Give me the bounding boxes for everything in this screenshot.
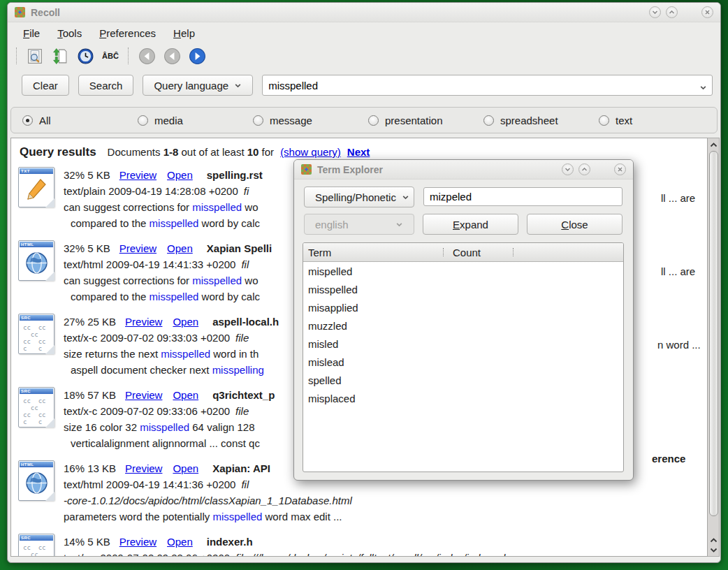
filter-message[interactable]: message xyxy=(253,115,368,126)
term-cell[interactable]: misplaced xyxy=(303,393,448,404)
radio-icon[interactable] xyxy=(138,115,148,126)
term-cell[interactable]: misled xyxy=(303,338,448,350)
filter-label: media xyxy=(154,115,183,126)
result-text-part: misspelling xyxy=(212,364,264,376)
result-text-part: misspelled xyxy=(150,291,199,302)
expand-button[interactable]: Expand xyxy=(423,214,518,235)
term-column-header[interactable]: Term xyxy=(303,247,448,258)
term-table-row[interactable]: mispelled xyxy=(303,262,623,280)
chevron-down-icon xyxy=(402,191,409,203)
term-table-row[interactable]: misled xyxy=(303,335,623,353)
radio-icon[interactable] xyxy=(253,115,263,126)
maximize-button[interactable] xyxy=(578,163,590,175)
preview-link[interactable]: Preview xyxy=(125,316,162,328)
filter-label: All xyxy=(39,115,51,126)
open-link[interactable]: Open xyxy=(167,169,193,181)
term-table-row[interactable]: spelled xyxy=(303,371,623,389)
term-table-row[interactable]: muzzled xyxy=(303,316,623,335)
term-cell[interactable]: mispelled xyxy=(303,265,448,277)
scrollbar-track[interactable] xyxy=(709,151,718,534)
term-cell[interactable]: muzzled xyxy=(303,320,448,332)
filter-spreadsheet[interactable]: spreadsheet xyxy=(483,115,599,126)
maximize-button[interactable] xyxy=(666,6,678,18)
term-table-row[interactable]: misapplied xyxy=(303,298,623,316)
term-table-row[interactable]: misplaced xyxy=(303,389,623,407)
next-page-icon[interactable] xyxy=(188,47,206,65)
query-language-select[interactable]: Query language xyxy=(143,75,253,96)
filter-all[interactable]: All xyxy=(22,115,138,126)
dialog-titlebar[interactable]: Term Explorer xyxy=(294,160,633,180)
preview-link[interactable]: Preview xyxy=(119,242,156,254)
result-title: q3richtext_p xyxy=(212,389,275,401)
open-link[interactable]: Open xyxy=(173,316,198,328)
result-text: 32% 5 KBPreviewOpenspelling.rsttext/plai… xyxy=(64,167,263,231)
term-cell[interactable]: misapplied xyxy=(303,302,448,314)
preview-link[interactable]: Preview xyxy=(119,536,156,548)
open-link[interactable]: Open xyxy=(167,536,193,548)
results-scrollbar[interactable] xyxy=(708,138,720,557)
result-text-part: text/html 2009-04-19 14:41:33 +0200 xyxy=(64,258,235,270)
term-table-row[interactable]: mislead xyxy=(303,353,623,371)
toolbar: ÂBĈ xyxy=(8,43,720,72)
expansion-mode-select[interactable]: Spelling/Phonetic xyxy=(304,187,414,207)
minimize-button[interactable] xyxy=(562,163,574,175)
next-page-link[interactable]: Next xyxy=(347,146,370,158)
term-cell[interactable]: mislead xyxy=(303,356,448,368)
radio-icon[interactable] xyxy=(368,115,379,126)
menu-file[interactable]: File xyxy=(23,27,40,39)
open-link[interactable]: Open xyxy=(173,389,198,401)
result-text-part: size returns the next xyxy=(64,348,161,360)
filter-text[interactable]: text xyxy=(599,115,714,126)
main-window-controls xyxy=(649,6,713,18)
preview-link[interactable]: Preview xyxy=(125,389,162,401)
result-text: 18% 57 KBPreviewOpenq3richtext_ptext/x-c… xyxy=(64,387,275,451)
main-titlebar[interactable]: Recoll xyxy=(8,3,720,22)
term-cell[interactable]: misspelled xyxy=(303,284,448,295)
result-text-part: file xyxy=(235,332,249,344)
scroll-down-icon[interactable] xyxy=(710,545,718,555)
show-results-icon[interactable] xyxy=(26,47,44,65)
term-explorer-icon[interactable]: ÂBĈ xyxy=(101,47,119,65)
close-button[interactable] xyxy=(701,6,713,18)
result-row: SRCcc cc cc cc cc c c14% 5 KBPreviewOpen… xyxy=(18,534,707,557)
column-divider[interactable] xyxy=(443,248,444,256)
result-text-part: can suggest corrections for xyxy=(64,275,192,286)
scrollbar-thumb[interactable] xyxy=(709,151,718,516)
filter-presentation[interactable]: presentation xyxy=(368,115,483,126)
menu-help[interactable]: Help xyxy=(173,27,195,39)
open-link[interactable]: Open xyxy=(173,462,198,474)
column-divider[interactable] xyxy=(513,248,514,256)
result-text: 14% 5 KBPreviewOpenindexer.htext/x-c 200… xyxy=(64,534,509,557)
show-query-link[interactable]: (show query) xyxy=(280,146,341,158)
radio-icon[interactable] xyxy=(22,115,33,126)
radio-icon[interactable] xyxy=(483,115,494,126)
count-column-header[interactable]: Count xyxy=(448,247,481,258)
scroll-up-icon-bottom[interactable] xyxy=(710,535,718,545)
history-icon[interactable] xyxy=(76,47,94,65)
result-text: 27% 25 KBPreviewOpenaspell-local.htext/x… xyxy=(64,314,279,378)
search-button[interactable]: Search xyxy=(78,75,134,96)
close-button[interactable] xyxy=(614,163,626,175)
term-input[interactable] xyxy=(423,187,623,206)
term-table-header[interactable]: Term Count xyxy=(303,243,623,262)
search-input[interactable] xyxy=(262,75,713,96)
radio-icon[interactable] xyxy=(599,115,609,126)
result-text-part: wo xyxy=(242,275,258,286)
term-cell[interactable]: spelled xyxy=(303,374,448,386)
term-table-row[interactable]: misspelled xyxy=(303,280,623,298)
menu-preferences[interactable]: Preferences xyxy=(99,27,156,39)
results-header-title: Query results xyxy=(20,145,96,159)
term-table: Term Count mispelledmisspelledmisapplied… xyxy=(303,242,624,472)
update-index-icon[interactable] xyxy=(51,47,69,65)
chevron-down-icon[interactable] xyxy=(699,82,707,94)
scroll-up-icon[interactable] xyxy=(710,140,718,149)
first-page-icon xyxy=(138,47,156,65)
preview-link[interactable]: Preview xyxy=(119,169,156,181)
close-button[interactable]: Close xyxy=(527,214,623,235)
minimize-button[interactable] xyxy=(649,6,661,18)
menu-tools[interactable]: Tools xyxy=(57,27,82,39)
open-link[interactable]: Open xyxy=(167,242,193,254)
filter-media[interactable]: media xyxy=(138,115,253,126)
clear-button[interactable]: Clear xyxy=(22,75,69,96)
preview-link[interactable]: Preview xyxy=(125,462,162,474)
